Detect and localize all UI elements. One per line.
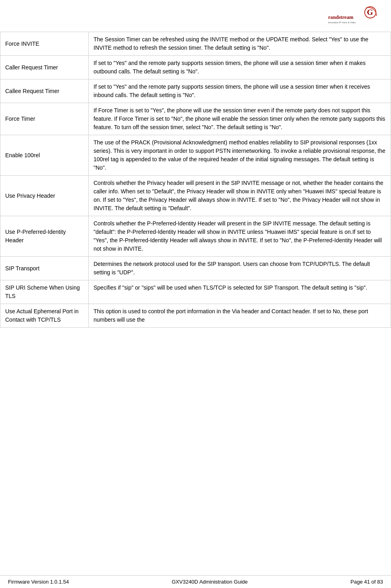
definition-cell: This option is used to control the port … <box>89 304 391 328</box>
content-table: Force INVITEThe Session Timer can be ref… <box>0 32 391 328</box>
guide-title: GXV3240D Administration Guide <box>172 579 248 585</box>
table-row: Callee Request TimerIf set to "Yes" and … <box>0 79 391 103</box>
table-row: Use Privacy HeaderControls whether the P… <box>0 176 391 216</box>
definition-cell: Specifies if "sip" or "sips" will be use… <box>89 280 391 304</box>
definition-cell: The Session Timer can be refreshed using… <box>89 32 391 56</box>
definition-cell: If Force Timer is set to "Yes", the phon… <box>89 103 391 135</box>
table-row: SIP TransportDetermines the network prot… <box>0 257 391 280</box>
definition-cell: Determines the network protocol used for… <box>89 257 391 280</box>
svg-text:G: G <box>367 8 373 16</box>
table-row: Force INVITEThe Session Timer can be ref… <box>0 32 391 56</box>
svg-text:Innovative IP Voice & Video: Innovative IP Voice & Video <box>328 21 356 24</box>
header: G randstream Innovative IP Voice & Video <box>0 0 391 30</box>
table-row: Caller Request TimerIf set to "Yes" and … <box>0 56 391 79</box>
term-cell: Enable 100rel <box>0 135 89 176</box>
firmware-version: Firmware Version 1.0.1.54 <box>8 579 69 585</box>
term-cell: SIP Transport <box>0 257 89 280</box>
term-cell: SIP URI Scheme When Using TLS <box>0 280 89 304</box>
table-row: SIP URI Scheme When Using TLSSpecifies i… <box>0 280 391 304</box>
term-cell: Use Actual Ephemeral Port in Contact wit… <box>0 304 89 328</box>
table-row: Force TimerIf Force Timer is set to "Yes… <box>0 103 391 135</box>
term-cell: Callee Request Timer <box>0 79 89 103</box>
definition-cell: Controls whether the Privacy header will… <box>89 176 391 216</box>
grandstream-logo: G randstream Innovative IP Voice & Video <box>327 4 383 28</box>
table-row: Use P-Preferred-Identity HeaderControls … <box>0 216 391 257</box>
definition-cell: If set to "Yes" and the remote party sup… <box>89 56 391 79</box>
svg-text:randstream: randstream <box>328 14 354 20</box>
definition-cell: Controls whether the P-Preferred-Identit… <box>89 216 391 257</box>
term-cell: Use P-Preferred-Identity Header <box>0 216 89 257</box>
table-row: Use Actual Ephemeral Port in Contact wit… <box>0 304 391 328</box>
page-number: Page 41 of 83 <box>350 579 383 585</box>
table-row: Enable 100relThe use of the PRACK (Provi… <box>0 135 391 176</box>
term-cell: Use Privacy Header <box>0 176 89 216</box>
term-cell: Force Timer <box>0 103 89 135</box>
definition-cell: The use of the PRACK (Provisional Acknow… <box>89 135 391 176</box>
definition-cell: If set to "Yes" and the remote party sup… <box>89 79 391 103</box>
footer: Firmware Version 1.0.1.54 GXV3240D Admin… <box>0 575 391 588</box>
page-wrapper: G randstream Innovative IP Voice & Video… <box>0 0 391 328</box>
term-cell: Caller Request Timer <box>0 56 89 79</box>
term-cell: Force INVITE <box>0 32 89 56</box>
